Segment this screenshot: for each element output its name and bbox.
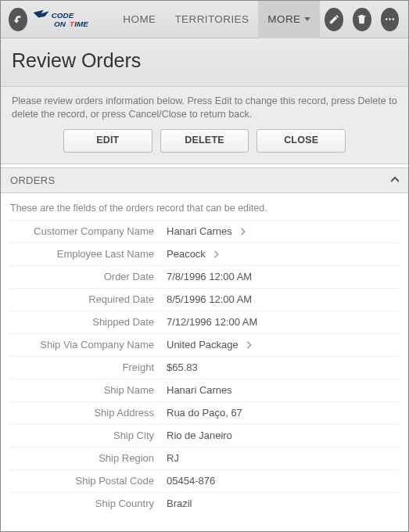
field-row: Shipped Date7/12/1996 12:00 AM [10,311,399,333]
field-value-text: $65.83 [167,361,198,373]
nav-more[interactable]: MORE [258,1,320,38]
field-label: Shipped Date [10,316,167,328]
logo: CODEONTIME [32,9,109,31]
field-row: Ship RegionRJ [10,447,399,469]
field-value: RJ [167,452,399,464]
field-label: Customer Company Name [10,225,167,237]
chevron-right-icon [240,228,246,235]
field-row: Freight$65.83 [10,356,399,379]
field-row: Ship CountryBrazil [10,492,399,515]
field-value-text: Rio de Janeiro [167,430,232,441]
field-label: Employee Last Name [10,248,167,260]
field-value-text: 7/12/1996 12:00 AM [167,316,257,328]
field-label: Ship Country [10,498,167,509]
field-value: Hanari Carnes [167,384,399,396]
field-label: Ship Via Company Name [10,339,167,350]
field-value: Rua do Paço, 67 [167,407,399,419]
title-area: Review Orders [1,38,408,87]
field-label: Ship Postal Code [10,475,167,487]
instruction-bar: Please review orders information below. … [1,87,408,164]
field-value: Rio de Janeiro [167,430,399,441]
svg-text:IME: IME [74,20,88,28]
field-label: Order Date [10,271,167,282]
field-value-text: RJ [167,452,179,464]
field-label: Ship City [10,430,167,441]
field-row: Ship AddressRua do Paço, 67 [10,401,399,424]
chevron-down-icon [304,17,310,21]
chevron-right-icon [213,250,220,258]
button-row: EDIT DELETE CLOSE [12,129,397,153]
delete-action-button[interactable] [353,8,371,31]
close-button[interactable]: CLOSE [257,129,346,153]
field-label: Required Date [10,293,167,305]
topbar: CODEONTIME HOME TERRITORIES MORE [1,1,408,38]
back-arrow-icon [12,13,24,26]
field-label: Ship Address [10,407,167,419]
nav-territories[interactable]: TERRITORIES [165,1,258,38]
field-value-text: Hanari Carnes [167,384,232,396]
field-value-text: Peacock [167,248,206,260]
field-value-text: Rua do Paço, 67 [167,407,242,419]
field-value: 8/5/1996 12:00 AM [167,293,399,305]
field-row: Ship Postal Code05454-876 [10,469,399,492]
edit-button[interactable]: EDIT [63,129,152,153]
more-action-button[interactable] [381,8,400,31]
field-value-text: Brazil [167,498,192,509]
field-value-text: 05454-876 [167,475,215,487]
field-value-text: 8/5/1996 12:00 AM [167,293,252,305]
field-label: Freight [10,361,167,373]
instruction-text: Please review orders information below. … [12,95,397,121]
svg-text:ON: ON [54,20,66,28]
svg-point-5 [389,18,391,20]
field-value: 05454-876 [167,475,399,487]
trash-icon [356,13,368,25]
chevron-up-icon [391,176,399,184]
field-label: Ship Name [10,384,167,396]
svg-point-4 [386,18,388,20]
nav: HOME TERRITORIES MORE [113,1,320,38]
field-value: 7/8/1996 12:00 AM [167,271,399,282]
field-value: Brazil [167,498,399,509]
field-value[interactable]: Peacock [167,248,399,260]
field-value-text: United Package [167,339,239,350]
nav-more-label: MORE [267,13,300,25]
section-header[interactable]: ORDERS [1,167,408,193]
field-value[interactable]: United Package [167,339,399,350]
field-value[interactable]: Hanari Carnes [167,225,399,237]
section-title: ORDERS [10,174,55,186]
chevron-right-icon [246,341,253,349]
field-row: Ship NameHanari Carnes [10,379,399,401]
section-hint: These are the fields of the orders recor… [10,203,399,214]
nav-home[interactable]: HOME [113,1,165,38]
delete-button[interactable]: DELETE [160,129,249,153]
page-title: Review Orders [12,49,397,72]
field-row: Customer Company NameHanari Carnes [10,220,399,243]
field-row: Ship CityRio de Janeiro [10,424,399,447]
field-row: Order Date7/8/1996 12:00 AM [10,265,399,288]
pencil-icon [328,13,340,25]
svg-text:CODE: CODE [51,10,74,19]
field-value: 7/12/1996 12:00 AM [167,316,399,328]
field-value: $65.83 [167,361,399,373]
field-label: Ship Region [10,452,167,464]
dots-icon [384,13,396,25]
field-row: Ship Via Company NameUnited Package [10,333,399,356]
edit-action-button[interactable] [325,8,343,31]
section-body: These are the fields of the orders recor… [1,193,408,521]
field-row: Employee Last NamePeacock [10,243,399,265]
field-row: Required Date8/5/1996 12:00 AM [10,288,399,311]
svg-point-6 [392,18,394,20]
field-value-text: Hanari Carnes [167,225,232,237]
field-value-text: 7/8/1996 12:00 AM [167,271,252,282]
back-button[interactable] [9,8,27,31]
